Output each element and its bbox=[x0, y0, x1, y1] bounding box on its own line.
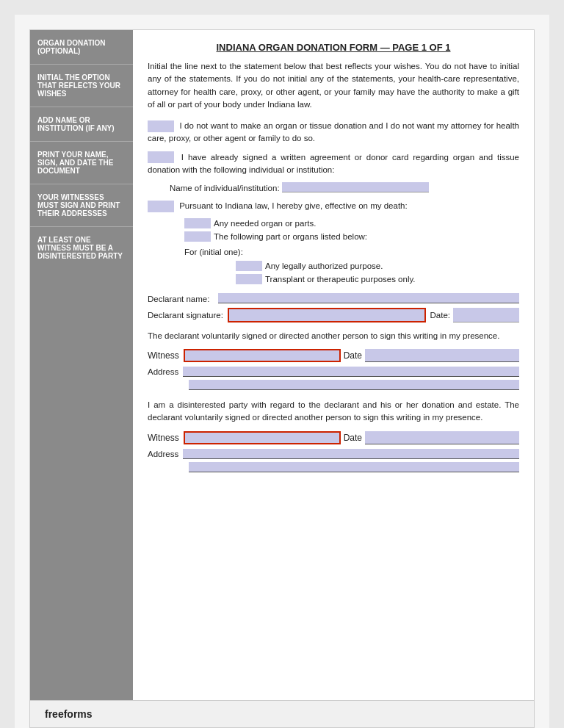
address-1-field[interactable] bbox=[183, 367, 519, 377]
declarant-sig-row: Declarant signature: Date: bbox=[148, 308, 519, 322]
address-1-line2[interactable] bbox=[189, 380, 519, 390]
suboption-3a: Any needed organ or parts. bbox=[184, 218, 519, 228]
witness-1-date-label: Date bbox=[344, 350, 362, 361]
suboption-3c: Any legally authorized purpose. bbox=[236, 261, 519, 271]
form-title: INDIANA ORGAN DONATION FORM — PAGE 1 OF … bbox=[148, 42, 519, 53]
address-2-field[interactable] bbox=[183, 449, 519, 459]
disinterested-text: I am a disinterested party with regard t… bbox=[148, 399, 519, 425]
main-content: ORGAN DONATION (OPTIONAL) INITIAL THE OP… bbox=[29, 29, 535, 701]
footer-brand: freeforms bbox=[45, 708, 93, 720]
option-2-block: I have already signed a written agreemen… bbox=[148, 151, 519, 177]
sidebar-section-4: PRINT YOUR NAME, SIGN, AND DATE THE DOCU… bbox=[30, 142, 133, 184]
sidebar-section-6: AT LEAST ONE WITNESS MUST BE A DISINTERE… bbox=[30, 227, 133, 700]
option-1-text: I do not want to make an organ or tissue… bbox=[148, 121, 519, 143]
sidebar-label-6: AT LEAST ONE WITNESS MUST BE A DISINTERE… bbox=[37, 236, 123, 260]
witness-2-row: Witness Date bbox=[148, 431, 519, 444]
witness-1-date-field[interactable] bbox=[365, 349, 519, 362]
address-2-row: Address bbox=[148, 449, 519, 459]
suboption-3a-text: Any needed organ or parts. bbox=[214, 219, 316, 228]
name-institution-row: Name of individual/institution: bbox=[170, 182, 519, 192]
witness-2-label: Witness bbox=[148, 433, 179, 443]
suboption-3b-text: The following part or organs listed belo… bbox=[214, 232, 367, 241]
declarant-sig-field[interactable] bbox=[228, 308, 426, 322]
initial-box-3b[interactable] bbox=[184, 231, 211, 242]
intro-text: Initial the line next to the statement b… bbox=[148, 60, 519, 111]
option-1-block: I do not want to make an organ or tissue… bbox=[148, 120, 519, 145]
address-1-label: Address bbox=[148, 367, 178, 376]
declarant-name-label: Declarant name: bbox=[148, 295, 209, 303]
initial-box-3d[interactable] bbox=[236, 274, 262, 284]
date-field-1[interactable] bbox=[453, 308, 519, 322]
witness-1-row: Witness Date bbox=[148, 349, 519, 362]
for-initial-label: For (initial one): bbox=[184, 248, 519, 256]
initial-box-3[interactable] bbox=[148, 201, 174, 212]
suboption-3c-text: Any legally authorized purpose. bbox=[265, 262, 383, 270]
address-2-label: Address bbox=[148, 450, 178, 458]
suboption-3d: Transplant or therapeutic purposes only. bbox=[236, 274, 519, 284]
declarant-name-field[interactable] bbox=[218, 293, 519, 303]
address-2-line2[interactable] bbox=[189, 462, 519, 472]
for-initial-text: For (initial one): bbox=[184, 248, 243, 256]
suboption-3d-text: Transplant or therapeutic purposes only. bbox=[265, 275, 416, 284]
option-3-text: Pursuant to Indiana law, I hereby give, … bbox=[179, 201, 407, 210]
sidebar-section-5: YOUR WITNESSES MUST SIGN AND PRINT THEIR… bbox=[30, 184, 133, 227]
option-3-block: Pursuant to Indiana law, I hereby give, … bbox=[148, 200, 519, 212]
name-institution-field[interactable] bbox=[282, 182, 429, 192]
sidebar-section-2: INITIAL THE OPTION THAT REFLECTS YOUR WI… bbox=[30, 65, 133, 107]
address-1-row: Address bbox=[148, 367, 519, 377]
sidebar-label-4: PRINT YOUR NAME, SIGN, AND DATE THE DOCU… bbox=[37, 151, 113, 175]
option-2-text: I have already signed a written agreemen… bbox=[148, 153, 519, 174]
footer-free: free bbox=[45, 708, 64, 720]
footer-forms: forms bbox=[64, 708, 93, 720]
witness-2-date-field[interactable] bbox=[365, 431, 519, 444]
suboption-3b: The following part or organs listed belo… bbox=[184, 231, 519, 242]
sidebar-label-2: INITIAL THE OPTION THAT REFLECTS YOUR WI… bbox=[37, 73, 120, 98]
sidebar-section-1: ORGAN DONATION (OPTIONAL) bbox=[30, 30, 133, 65]
witness-2-field[interactable] bbox=[184, 431, 341, 444]
witness-intro-text: The declarant voluntarily signed or dire… bbox=[148, 330, 519, 342]
witness-2-date-label: Date bbox=[344, 433, 362, 443]
initial-box-3a[interactable] bbox=[184, 218, 211, 228]
page-wrapper: ORGAN DONATION (OPTIONAL) INITIAL THE OP… bbox=[15, 15, 549, 728]
sidebar-section-3: ADD NAME OR INSTITUTION (IF ANY) bbox=[30, 107, 133, 142]
sidebar-label-1: ORGAN DONATION (OPTIONAL) bbox=[37, 39, 106, 55]
sidebar-label-5: YOUR WITNESSES MUST SIGN AND PRINT THEIR… bbox=[37, 193, 120, 217]
initial-box-3c[interactable] bbox=[236, 261, 262, 271]
declarant-name-row: Declarant name: bbox=[148, 293, 519, 303]
sidebar: ORGAN DONATION (OPTIONAL) INITIAL THE OP… bbox=[30, 30, 133, 700]
name-institution-label: Name of individual/institution: bbox=[170, 184, 280, 192]
form-area: INDIANA ORGAN DONATION FORM — PAGE 1 OF … bbox=[133, 30, 534, 700]
witness-1-field[interactable] bbox=[184, 349, 341, 362]
footer: freeforms bbox=[29, 701, 535, 728]
declarant-sig-label: Declarant signature: bbox=[148, 311, 223, 320]
sidebar-label-3: ADD NAME OR INSTITUTION (IF ANY) bbox=[37, 116, 115, 132]
witness-1-label: Witness bbox=[148, 350, 179, 361]
initial-box-1[interactable] bbox=[148, 120, 174, 132]
initial-box-2[interactable] bbox=[148, 151, 174, 163]
date-label-1: Date: bbox=[430, 311, 451, 320]
